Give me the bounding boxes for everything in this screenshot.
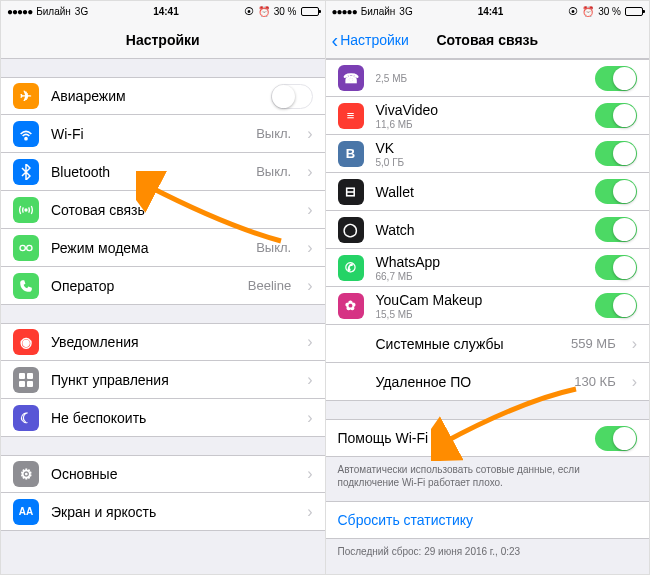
- status-time: 14:41: [88, 6, 244, 17]
- display-label: Экран и яркость: [51, 504, 291, 520]
- app-name: VK: [376, 140, 584, 156]
- row-display[interactable]: AA Экран и яркость ›: [1, 493, 325, 531]
- row-dnd[interactable]: ☾ Не беспокоить ›: [1, 399, 325, 437]
- gear-icon: ⚙: [13, 461, 39, 487]
- cellular-label: Сотовая связь: [51, 202, 291, 218]
- app-size: 66,7 МБ: [376, 271, 584, 282]
- app-data-switch[interactable]: [595, 293, 637, 318]
- battery-icon: [301, 7, 319, 16]
- chevron-right-icon: ›: [632, 373, 637, 391]
- airplane-label: Авиарежим: [51, 88, 259, 104]
- chevron-right-icon: ›: [307, 333, 312, 351]
- row-carrier-settings[interactable]: Оператор Beeline ›: [1, 267, 325, 305]
- chevron-right-icon: ›: [307, 503, 312, 521]
- phone-icon: [13, 273, 39, 299]
- row-reset-statistics[interactable]: Сбросить статистику: [326, 501, 650, 539]
- nav-title: Настройки: [126, 32, 200, 48]
- chevron-right-icon: ›: [307, 163, 312, 181]
- carrier-name: Билайн: [361, 6, 396, 17]
- svg-point-1: [25, 209, 27, 211]
- alarm-icon: ⦿: [244, 6, 254, 17]
- back-label: Настройки: [340, 32, 409, 48]
- app-name: VivaVideo: [376, 102, 584, 118]
- wifi-assist-label: Помощь Wi-Fi: [338, 430, 584, 446]
- deleted-label: Удаленное ПО: [376, 374, 563, 390]
- row-control-center[interactable]: Пункт управления ›: [1, 361, 325, 399]
- battery-percent: 30 %: [274, 6, 297, 17]
- row-deleted-apps[interactable]: Удаленное ПО 130 КБ ›: [326, 363, 650, 401]
- svg-rect-4: [19, 373, 25, 379]
- row-cellular[interactable]: Сотовая связь ›: [1, 191, 325, 229]
- row-notifications[interactable]: ◉ Уведомления ›: [1, 323, 325, 361]
- row-app[interactable]: ≡VivaVideo11,6 МБ: [326, 97, 650, 135]
- row-wifi-assist[interactable]: Помощь Wi-Fi: [326, 419, 650, 457]
- back-button[interactable]: ‹ Настройки: [332, 21, 409, 58]
- display-icon: AA: [13, 499, 39, 525]
- row-app[interactable]: ☎2,5 МБ: [326, 59, 650, 97]
- app-data-switch[interactable]: [595, 179, 637, 204]
- cellular-screen: ●●●●● Билайн 3G 14:41 ⦿ ⏰ 30 % ‹ Настрой…: [326, 0, 651, 575]
- carrier-name: Билайн: [36, 6, 71, 17]
- app-size: 5,0 ГБ: [376, 157, 584, 168]
- bluetooth-icon: [13, 159, 39, 185]
- general-label: Основные: [51, 466, 291, 482]
- chevron-right-icon: ›: [307, 465, 312, 483]
- app-data-switch[interactable]: [595, 217, 637, 242]
- app-icon: ✆: [338, 255, 364, 281]
- nav-bar: ‹ Настройки Сотовая связь: [326, 21, 650, 59]
- cellular-scroll[interactable]: ☎2,5 МБ≡VivaVideo11,6 МБBVK5,0 ГБ⊟Wallet…: [326, 59, 650, 574]
- app-icon: ◯: [338, 217, 364, 243]
- row-app[interactable]: ✆WhatsApp66,7 МБ: [326, 249, 650, 287]
- system-services-value: 559 МБ: [571, 336, 616, 351]
- app-name: WhatsApp: [376, 254, 584, 270]
- app-data-switch[interactable]: [595, 103, 637, 128]
- row-app[interactable]: ✿YouCam Makeup15,5 МБ: [326, 287, 650, 325]
- row-general[interactable]: ⚙ Основные ›: [1, 455, 325, 493]
- app-size: 2,5 МБ: [376, 73, 584, 84]
- app-data-switch[interactable]: [595, 66, 637, 91]
- hotspot-icon: [13, 235, 39, 261]
- alarm-clock-icon: ⏰: [258, 6, 270, 17]
- row-app[interactable]: ◯Watch: [326, 211, 650, 249]
- chevron-right-icon: ›: [632, 335, 637, 353]
- app-data-switch[interactable]: [595, 141, 637, 166]
- app-icon: ☎: [338, 65, 364, 91]
- airplane-switch[interactable]: [271, 84, 313, 109]
- row-airplane[interactable]: ✈ Авиарежим: [1, 77, 325, 115]
- wifi-assist-switch[interactable]: [595, 426, 637, 451]
- carrier-value: Beeline: [248, 278, 291, 293]
- status-time: 14:41: [413, 6, 569, 17]
- nav-bar: Настройки: [1, 21, 325, 59]
- bluetooth-value: Выкл.: [256, 164, 291, 179]
- settings-screen: ●●●●● Билайн 3G 14:41 ⦿ ⏰ 30 % Настройки…: [0, 0, 326, 575]
- app-name: YouCam Makeup: [376, 292, 584, 308]
- notifications-icon: ◉: [13, 329, 39, 355]
- chevron-right-icon: ›: [307, 277, 312, 295]
- wifi-label: Wi-Fi: [51, 126, 244, 142]
- app-data-switch[interactable]: [595, 255, 637, 280]
- row-wifi[interactable]: Wi-Fi Выкл. ›: [1, 115, 325, 153]
- settings-scroll[interactable]: ✈ Авиарежим Wi-Fi Выкл. › Bluetooth Выкл…: [1, 59, 325, 574]
- app-name: Wallet: [376, 184, 584, 200]
- nav-title: Сотовая связь: [436, 32, 538, 48]
- row-hotspot[interactable]: Режим модема Выкл. ›: [1, 229, 325, 267]
- row-app[interactable]: ⊟Wallet: [326, 173, 650, 211]
- dnd-label: Не беспокоить: [51, 410, 291, 426]
- app-icon: ≡: [338, 103, 364, 129]
- app-icon: ⊟: [338, 179, 364, 205]
- dnd-icon: ☾: [13, 405, 39, 431]
- svg-point-2: [20, 245, 25, 250]
- system-services-label: Системные службы: [376, 336, 560, 352]
- battery-icon: [625, 7, 643, 16]
- airplane-icon: ✈: [13, 83, 39, 109]
- row-system-services[interactable]: Системные службы 559 МБ ›: [326, 325, 650, 363]
- svg-rect-7: [27, 381, 33, 387]
- row-bluetooth[interactable]: Bluetooth Выкл. ›: [1, 153, 325, 191]
- svg-point-3: [27, 245, 32, 250]
- row-app[interactable]: BVK5,0 ГБ: [326, 135, 650, 173]
- status-bar: ●●●●● Билайн 3G 14:41 ⦿ ⏰ 30 %: [1, 1, 325, 21]
- wifi-assist-description: Автоматически использовать сотовые данны…: [326, 457, 650, 493]
- notifications-label: Уведомления: [51, 334, 291, 350]
- network-type: 3G: [399, 6, 412, 17]
- chevron-right-icon: ›: [307, 371, 312, 389]
